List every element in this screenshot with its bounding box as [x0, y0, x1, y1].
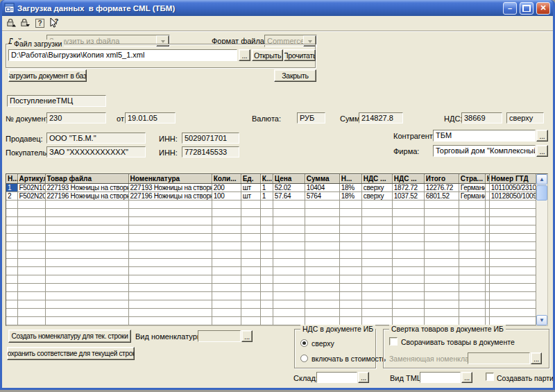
column-header[interactable]: Товар файла: [45, 174, 128, 184]
warehouse-field[interactable]: [316, 372, 357, 383]
column-header[interactable]: Цена: [273, 174, 305, 184]
table-cell[interactable]: 10404: [305, 184, 339, 192]
firm-browse-button[interactable]: ...: [536, 145, 548, 157]
column-header[interactable]: Артикул: [17, 174, 45, 184]
minimize-button[interactable]: –: [503, 2, 517, 15]
vat-field[interactable]: 38669: [461, 112, 502, 123]
table-row[interactable]: 1F502N10227193 Ножницы на створке 312271…: [6, 184, 538, 192]
table-cell[interactable]: 227196 Ножницы на створке 61: [128, 192, 212, 201]
open-button[interactable]: Открыть: [252, 49, 283, 61]
currency-field[interactable]: РУБ: [297, 112, 325, 123]
table-cell[interactable]: шт: [241, 184, 260, 192]
close-icon[interactable]: ✕: [536, 2, 550, 15]
buyer-inn-field[interactable]: 7728145533: [182, 146, 239, 157]
vat-include-radio[interactable]: [300, 355, 308, 362]
table-cell[interactable]: 1037.52: [392, 192, 424, 201]
restore-values-icon[interactable]: [19, 17, 31, 28]
create-nomenclature-button[interactable]: Создать номенклатуру для тек. строки: [8, 330, 131, 343]
table-cell[interactable]: 6801.52: [424, 192, 459, 201]
table-cell[interactable]: 1: [6, 184, 17, 192]
create-batches-checkbox[interactable]: [486, 373, 494, 381]
tmc-kind-field[interactable]: [420, 372, 461, 383]
firm-field[interactable]: Торговый дом "Комплексный" (Магази: [433, 145, 536, 157]
nomenclature-kind-field[interactable]: [198, 330, 241, 342]
currency-label: Валюта:: [252, 114, 281, 123]
close-button[interactable]: Закрыть: [274, 69, 316, 82]
column-header[interactable]: НДС ...: [361, 174, 392, 184]
column-header[interactable]: НДС ...: [392, 174, 424, 184]
file-group-label: Файл загрузки: [12, 40, 64, 48]
table-cell[interactable]: 10110050/231003/000: [489, 184, 537, 192]
vertical-scrollbar[interactable]: ▲ ▼: [536, 174, 547, 325]
replacement-field[interactable]: [468, 352, 530, 364]
read-button[interactable]: Прочитать: [284, 49, 316, 61]
scroll-up-icon[interactable]: ▲: [536, 174, 547, 185]
contractor-browse-button[interactable]: ...: [536, 130, 548, 142]
table-cell[interactable]: шт: [241, 192, 260, 201]
tmc-kind-browse-button[interactable]: ...: [461, 372, 472, 383]
table-cell[interactable]: F502N10: [17, 184, 45, 192]
buyer-field[interactable]: ЗАО "ХХХХХХХХХХХ": [46, 146, 146, 157]
sum-field[interactable]: 214827.8: [359, 112, 403, 123]
contractor-field[interactable]: ТБМ: [433, 130, 536, 142]
column-header[interactable]: Сумма: [305, 174, 339, 184]
column-header[interactable]: Номер ГТД: [489, 174, 537, 184]
table-cell[interactable]: 18%: [339, 184, 361, 192]
table-cell[interactable]: 227193 Ножницы на створке 31: [128, 184, 212, 192]
column-header[interactable]: Номенклатура: [128, 174, 212, 184]
collapse-goods-checkbox[interactable]: [389, 337, 398, 346]
toolbar-separator: [2, 31, 553, 32]
vat-mode-field[interactable]: сверху: [506, 112, 544, 123]
column-header[interactable]: Стра...: [459, 174, 485, 184]
table-cell[interactable]: 12276.72: [424, 184, 459, 192]
file-path-input[interactable]: D:\Работа\Выгрузки\Копия xml5_1.xml: [8, 49, 237, 61]
seller-label: Продавец:: [6, 135, 43, 143]
doc-number-field[interactable]: 230: [46, 112, 106, 123]
load-to-base-button[interactable]: Загрузить документ в базу: [8, 69, 87, 82]
column-header[interactable]: Ед.: [241, 174, 260, 184]
table-empty-row: [6, 284, 538, 292]
scrollbar-thumb[interactable]: [536, 185, 547, 201]
table-cell[interactable]: F502N20: [17, 192, 45, 201]
table-cell[interactable]: 1872.72: [392, 184, 424, 192]
table-cell[interactable]: 1: [260, 192, 273, 201]
scroll-down-icon[interactable]: ▼: [536, 315, 547, 325]
table-cell[interactable]: 57.64: [273, 192, 305, 201]
help-icon[interactable]: ?: [34, 17, 46, 28]
column-header[interactable]: К...: [260, 174, 273, 184]
nomenclature-kind-browse-button[interactable]: ...: [241, 330, 253, 342]
table-cell[interactable]: 5764: [305, 192, 339, 201]
doc-date-field[interactable]: 19.01.05: [125, 112, 176, 123]
table-cell[interactable]: 227193 Ножницы на створке 31: [45, 184, 128, 192]
doc-type-field[interactable]: ПоступлениеТМЦ: [7, 95, 106, 107]
table-cell[interactable]: 100: [212, 192, 241, 201]
buyer-inn-label: ИНН:: [159, 148, 178, 157]
table-cell[interactable]: 52.02: [273, 184, 305, 192]
table-cell[interactable]: 18%: [339, 192, 361, 201]
table-cell[interactable]: 227196 Ножницы на створке 61: [45, 192, 128, 201]
column-header[interactable]: Итого: [424, 174, 459, 184]
table-cell[interactable]: сверху: [361, 184, 392, 192]
save-values-icon[interactable]: [5, 17, 17, 28]
column-header[interactable]: Н...: [339, 174, 361, 184]
table-cell[interactable]: сверху: [361, 192, 392, 201]
save-mapping-button[interactable]: Сохранить соответствие для текущей строк…: [7, 347, 135, 360]
table-cell[interactable]: 2: [6, 192, 17, 201]
table-cell[interactable]: 200: [212, 184, 241, 192]
file-browse-button[interactable]: ...: [239, 49, 250, 61]
table-cell[interactable]: Германи: [459, 184, 485, 192]
maximize-button[interactable]: [520, 2, 533, 15]
seller-field[interactable]: ООО "Т.Б.М.": [46, 133, 146, 144]
column-header[interactable]: Н: [485, 174, 489, 184]
context-help-icon[interactable]: ?: [48, 17, 60, 28]
warehouse-browse-button[interactable]: ...: [358, 372, 369, 383]
table-cell[interactable]: 1: [260, 184, 273, 192]
vat-over-radio[interactable]: [300, 339, 308, 347]
replacement-browse-button[interactable]: ...: [531, 352, 542, 364]
column-header[interactable]: Коли...: [212, 174, 241, 184]
column-header[interactable]: Н...: [6, 174, 17, 184]
table-row[interactable]: 2F502N20227196 Ножницы на створке 612271…: [6, 192, 538, 201]
table-cell[interactable]: 10128050/100904/000: [489, 192, 537, 201]
table-cell[interactable]: Германи: [459, 192, 485, 201]
seller-inn-field[interactable]: 5029071701: [182, 133, 239, 144]
